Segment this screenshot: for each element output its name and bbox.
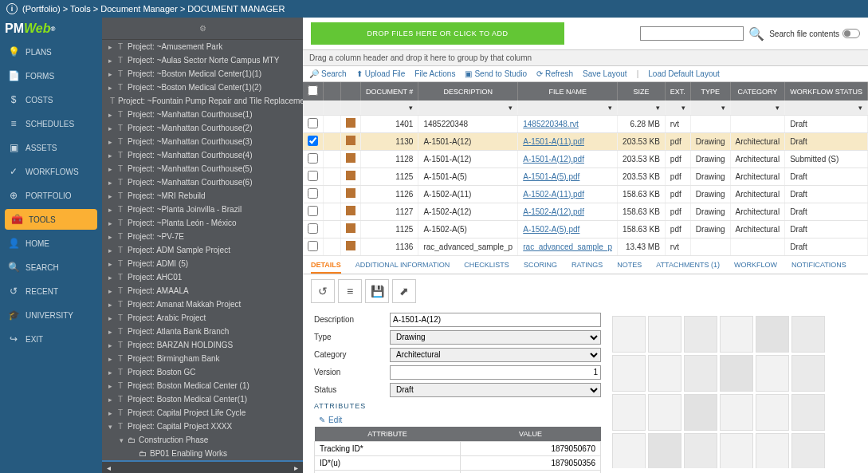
tb-save-layout[interactable]: Save Layout [583,69,627,78]
tree-item[interactable]: ▸TProject: ~Amusement Park [102,40,303,53]
col-filter[interactable]: ▾ [690,101,730,115]
table-row[interactable]: 1136rac_advanced_sample_prac_advanced_sa… [303,238,868,255]
tree-item[interactable]: ▸TProject: ~Planta León - México [102,216,303,230]
table-row[interactable]: 1127A-1502-A(12)A-1502-A(12).pdf158.63 K… [303,203,868,220]
tree-item[interactable]: ▸TProject: Amanat Makkah Project [102,298,303,311]
tb-send-studio[interactable]: ▣Send to Studio [465,69,527,78]
col-filter[interactable]: ▾ [518,101,618,115]
expand-icon[interactable]: ▸ [107,179,113,187]
expand-icon[interactable]: ▸ [107,43,113,51]
tree-item[interactable]: ▸TProject: ~Manhattan Courthouse(2) [102,121,303,135]
nav-university[interactable]: 🎓UNIVERSITY [0,303,102,327]
tree-item[interactable]: ▸TProject: Capital Project Life Cycle [102,406,303,420]
expand-icon[interactable]: ▸ [107,314,113,322]
tab-workflow[interactable]: WORKFLOW [734,261,777,274]
tree-item[interactable]: ▸TProject: ADM Sample Project [102,243,303,257]
expand-icon[interactable]: ▸ [107,355,113,363]
table-row[interactable]: 1126A-1502-A(11)A-1502-A(11).pdf158.63 K… [303,185,868,203]
row-checkbox[interactable] [308,153,318,164]
tab-attachments-1-[interactable]: ATTACHMENTS (1) [656,261,720,274]
tab-scoring[interactable]: SCORING [524,261,557,274]
tb-refresh[interactable]: ⟳Refresh [536,69,573,78]
type-select[interactable]: Drawing [390,330,601,345]
cell-filename[interactable]: 1485220348.rvt [518,115,618,132]
col-header[interactable]: FILE NAME [518,82,618,101]
expand-icon[interactable]: ▸ [107,138,113,146]
description-input[interactable] [390,313,601,327]
col-filter[interactable] [341,101,361,115]
tree-item[interactable]: TProject: ~Fountain Pump Repair and Tile… [102,94,303,108]
expand-icon[interactable]: ▾ [107,423,113,431]
expand-icon[interactable]: ▸ [107,328,113,336]
expand-icon[interactable]: ▸ [107,152,113,160]
table-row[interactable]: 1128A-1501-A(12)A-1501-A(12).pdf203.53 K… [303,150,868,168]
table-row[interactable]: 140114852203481485220348.rvt6.28 MBrvtDr… [303,115,868,132]
expand-icon[interactable]: ▸ [107,165,113,173]
open-button[interactable]: ⬈ [392,279,416,303]
expand-icon[interactable]: ▸ [107,274,113,282]
row-checkbox[interactable] [308,223,318,234]
tree-item[interactable]: ▸TProject: BARZAN HOLDINGS [102,338,303,352]
table-row[interactable]: 1125A-1501-A(5)A-1501-A(5).pdf203.53 KBp… [303,168,868,185]
col-filter[interactable] [303,101,324,115]
cell-filename[interactable]: A-1501-A(5).pdf [518,168,618,185]
tree-item[interactable]: 🗀BP01 Enabling Works [102,447,303,460]
expand-icon[interactable]: ▸ [107,396,113,404]
tree-item[interactable]: ▸TProject: ~Planta Joinvilla - Brazil [102,203,303,216]
expand-icon[interactable]: ▸ [107,219,113,227]
row-checkbox[interactable] [308,188,318,199]
nav-exit[interactable]: ↪EXIT [0,327,102,351]
expand-icon[interactable]: ▸ [107,70,113,78]
tree-item[interactable]: ▸TProject: ~PV-7E [102,230,303,243]
cell-filename[interactable]: rac_advanced_sample_p [518,238,618,255]
tab-ratings[interactable]: RATINGS [571,261,603,274]
nav-plans[interactable]: 💡PLANS [0,40,102,64]
expand-icon[interactable]: ▸ [107,260,113,268]
tree-item[interactable]: ▸TProject: Boston Medical Center(1) [102,392,303,406]
expand-icon[interactable]: ▸ [107,369,113,376]
tree-item[interactable]: ▸TProject: AHC01 [102,270,303,284]
col-header[interactable]: DOCUMENT # [361,82,418,101]
col-header[interactable]: TYPE [690,82,730,101]
tree-item[interactable]: ▸TProject: ~Manhattan Courthouse(4) [102,148,303,162]
col-header[interactable]: WORKFLOW STATUS [785,82,868,101]
expand-icon[interactable]: ▸ [107,246,113,254]
tree-item[interactable]: ▸TProject: Birmingham Bank [102,352,303,365]
nav-portfolio[interactable]: ⊕PORTFOLIO [0,183,102,207]
col-header[interactable]: DESCRIPTION [418,82,518,101]
cell-filename[interactable]: A-1502-A(11).pdf [518,185,618,203]
col-filter[interactable]: ▾ [361,101,418,115]
expand-icon[interactable]: ▸ [107,57,113,65]
expand-icon[interactable]: ▸ [107,111,113,119]
file-contents-toggle[interactable] [842,29,860,38]
tree-item[interactable]: ▸TProject: ~Manhattan Courthouse(3) [102,135,303,148]
status-select[interactable]: Draft [390,383,601,397]
expand-icon[interactable]: ▸ [107,301,113,309]
nav-search[interactable]: 🔍SEARCH [0,255,102,279]
row-checkbox[interactable] [308,118,318,128]
expand-icon[interactable]: ▸ [107,192,113,200]
search-input[interactable] [640,26,744,41]
list-button[interactable]: ≡ [338,279,362,303]
tree-scroll-bar[interactable]: ◂▸ [102,462,303,473]
nav-forms[interactable]: 📄FORMS [0,64,102,88]
tree-item[interactable]: ▸TProject: ADMI (5) [102,257,303,270]
tree-settings-icon[interactable]: ⚙ [199,24,206,33]
col-header[interactable]: EXT. [665,82,690,101]
edit-attrs-button[interactable]: ✎Edit [314,413,601,427]
table-row[interactable]: 1125A-1502-A(5)A-1502-A(5).pdf158.63 KBp… [303,220,868,238]
group-by-header[interactable]: Drag a column header and drop it here to… [303,49,868,66]
tree-item[interactable]: ▸TProject: Atlanta Bank Branch [102,325,303,338]
cell-filename[interactable]: A-1501-A(11).pdf [518,132,618,150]
expand-icon[interactable]: ▸ [107,287,113,295]
expand-icon[interactable]: ▾ [118,436,124,444]
col-filter[interactable]: ▾ [730,101,785,115]
tree-item[interactable]: ▾TProject: Capital Project XXXX [102,420,303,433]
expand-icon[interactable]: ▸ [107,382,113,390]
nav-recent[interactable]: ↺RECENT [0,279,102,303]
dropzone[interactable]: DROP FILES HERE OR CLICK TO ADD [311,22,564,45]
tree-item[interactable]: ▸TProject: ~Boston Medical Center(1)(2) [102,81,303,94]
col-filter[interactable]: ▾ [418,101,518,115]
category-select[interactable]: Architectural [390,348,601,362]
nav-costs[interactable]: $COSTS [0,88,102,112]
